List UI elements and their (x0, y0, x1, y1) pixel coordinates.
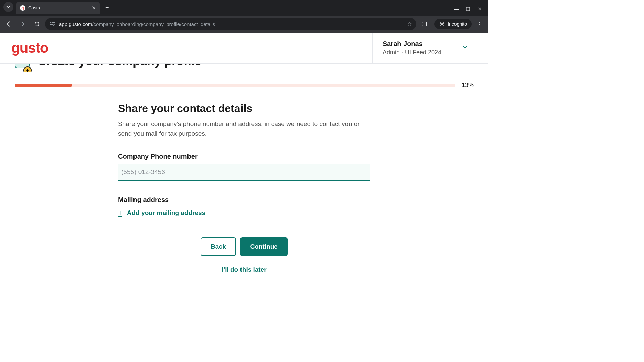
browser-menu-button[interactable]: ⋮ (474, 18, 486, 30)
app-header: gusto Sarah Jonas Admin · UI Feed 2024 (0, 33, 488, 64)
url-text: app.gusto.com/company_onboarding/company… (59, 21, 215, 27)
browser-tab-active[interactable]: g Gusto ✕ (16, 2, 100, 14)
browser-tab-strip: g Gusto ✕ + — ❐ ✕ (0, 0, 488, 16)
reload-icon (34, 21, 40, 27)
svg-point-2 (51, 22, 52, 23)
window-controls: — ❐ ✕ (454, 6, 488, 16)
incognito-badge[interactable]: Incognito (434, 19, 472, 29)
company-phone-input[interactable] (118, 164, 370, 181)
incognito-label: Incognito (448, 21, 467, 27)
arrow-left-icon (6, 21, 12, 27)
progress-fill (15, 84, 72, 87)
tab-title: Gusto (28, 5, 40, 10)
company-profile-icon: + (15, 64, 32, 72)
bookmark-star-icon[interactable]: ☆ (407, 21, 412, 27)
close-tab-button[interactable]: ✕ (92, 5, 96, 11)
section-header: + Create your company profile (15, 64, 474, 72)
progress-track (15, 84, 455, 87)
gusto-logo[interactable]: gusto (11, 40, 48, 56)
continue-button[interactable]: Continue (240, 237, 288, 256)
account-user-name: Sarah Jonas (383, 40, 441, 48)
reload-button[interactable] (31, 18, 43, 30)
form-area: Share your contact details Share your co… (118, 102, 370, 274)
chevron-down-icon (462, 44, 468, 52)
phone-label: Company Phone number (118, 153, 370, 160)
page-scroll-area[interactable]: + Create your company profile 13% Share … (0, 64, 488, 274)
new-tab-button[interactable]: + (100, 4, 114, 11)
back-button[interactable]: Back (201, 237, 236, 256)
close-window-button[interactable]: ✕ (478, 6, 482, 12)
browser-toolbar: app.gusto.com/company_onboarding/company… (0, 16, 488, 33)
mailing-address-label: Mailing address (118, 196, 370, 204)
chevron-down-icon (6, 5, 10, 9)
back-nav-button[interactable] (3, 18, 15, 30)
favicon-icon: g (20, 5, 25, 11)
address-bar[interactable]: app.gusto.com/company_onboarding/company… (45, 18, 416, 30)
plus-icon: + (118, 208, 122, 217)
section-title: Create your company profile (38, 64, 201, 67)
page-title: Share your contact details (118, 102, 370, 115)
site-settings-icon[interactable] (50, 21, 55, 27)
svg-rect-4 (422, 22, 427, 26)
account-user-role: Admin · UI Feed 2024 (383, 49, 441, 56)
minimize-button[interactable]: — (454, 6, 459, 12)
arrow-right-icon (20, 21, 26, 27)
progress-bar-row: 13% (15, 82, 474, 89)
progress-percentage: 13% (462, 82, 474, 89)
maximize-button[interactable]: ❐ (466, 6, 470, 12)
side-panel-button[interactable] (418, 18, 430, 30)
page-description: Share your company's phone number and ad… (118, 119, 370, 138)
panel-icon (421, 21, 427, 27)
svg-point-3 (53, 24, 54, 25)
plus-badge-icon: + (23, 66, 32, 72)
tab-search-button[interactable] (3, 2, 13, 12)
forward-nav-button[interactable] (17, 18, 29, 30)
skip-link[interactable]: I'll do this later (118, 266, 370, 274)
add-address-text: Add your mailing address (127, 209, 205, 217)
account-menu[interactable]: Sarah Jonas Admin · UI Feed 2024 (372, 33, 477, 63)
incognito-icon (439, 21, 445, 27)
button-row: Back Continue (118, 237, 370, 256)
add-mailing-address-link[interactable]: + Add your mailing address (118, 208, 370, 217)
